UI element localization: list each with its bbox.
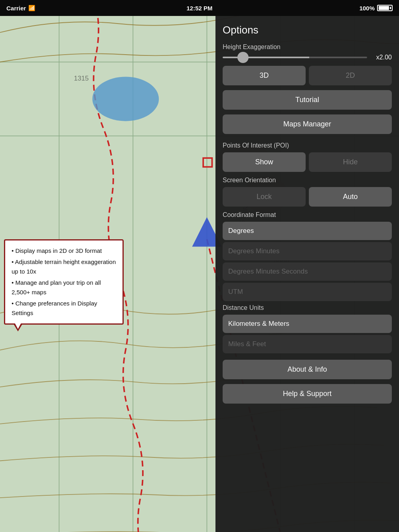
tooltip-item-4: • Change preferances in Display Settings: [12, 299, 116, 318]
btn-poi-hide[interactable]: Hide: [309, 152, 392, 172]
maps-manager-button[interactable]: Maps Manager: [223, 114, 392, 134]
btn-km-m[interactable]: Kilometers & Meters: [223, 315, 392, 333]
tutorial-button[interactable]: Tutorial: [223, 90, 392, 110]
tooltip-item-2: • Adjustable terrain height exaggeration…: [12, 257, 116, 276]
poi-label: Points Of Interest (POI): [223, 142, 392, 149]
coord-degrees-minutes[interactable]: Degrees Minutes: [223, 242, 392, 260]
tooltip-item-3: • Manage and plan your trip on all 2,500…: [12, 278, 116, 297]
coordinate-format-label: Coordinate Format: [223, 211, 392, 219]
status-bar: Carrier 📶 12:52 PM 100%: [0, 0, 399, 16]
tooltip-item-1: • Display maps in 2D or 3D format: [12, 246, 116, 256]
tooltip-box: • Display maps in 2D or 3D format • Adju…: [4, 239, 124, 325]
coord-utm[interactable]: UTM: [223, 283, 392, 301]
btn-2d[interactable]: 2D: [309, 66, 392, 85]
help-support-button[interactable]: Help & Support: [223, 384, 392, 404]
distance-units-label: Distance Units: [223, 304, 392, 311]
wifi-icon: 📶: [28, 5, 35, 11]
height-exaggeration-value: x2.00: [372, 54, 392, 61]
height-exaggeration-row: x2.00: [223, 54, 392, 61]
options-panel: Options Height Exaggeration x2.00 3D 2D …: [215, 16, 399, 532]
btn-poi-show[interactable]: Show: [223, 152, 306, 172]
battery-percent: 100%: [359, 5, 375, 12]
coord-degrees-minutes-seconds[interactable]: Degrees Minutes Seconds: [223, 262, 392, 281]
carrier-label: Carrier: [6, 5, 26, 12]
btn-auto[interactable]: Auto: [309, 187, 392, 207]
panel-title: Options: [223, 24, 392, 36]
view-mode-row: 3D 2D: [223, 66, 392, 85]
svg-point-13: [92, 77, 159, 121]
svg-text:1315: 1315: [74, 75, 89, 82]
poi-row: Show Hide: [223, 152, 392, 172]
coord-degrees[interactable]: Degrees: [223, 222, 392, 240]
battery-icon: [377, 5, 393, 11]
about-info-button[interactable]: About & Info: [223, 360, 392, 379]
btn-miles-feet[interactable]: Miles & Feet: [223, 335, 392, 353]
orientation-row: Lock Auto: [223, 187, 392, 207]
screen-orientation-label: Screen Orientation: [223, 177, 392, 184]
btn-3d[interactable]: 3D: [223, 66, 306, 85]
time-label: 12:52 PM: [186, 5, 212, 12]
height-exaggeration-slider[interactable]: [223, 57, 367, 58]
height-exaggeration-label: Height Exaggeration: [223, 43, 392, 51]
btn-lock[interactable]: Lock: [223, 187, 306, 207]
